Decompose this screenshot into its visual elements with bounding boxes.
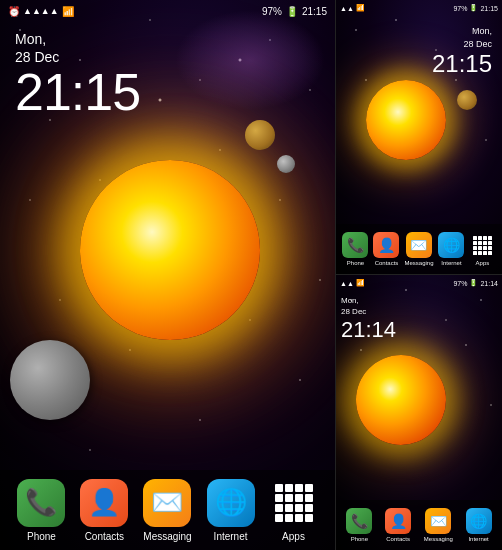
left-screenshot: ⏰ ▲▲▲▲ 📶 97% 🔋 21:15 Mon, 28 Dec 21:15 📞… bbox=[0, 0, 335, 550]
right-top-apps-icon[interactable] bbox=[469, 232, 495, 258]
right-top-clock: Mon, 28 Dec 21:15 bbox=[432, 25, 492, 78]
right-top-date: Mon, 28 Dec bbox=[432, 25, 492, 50]
alarm-icon: ⏰ bbox=[8, 6, 20, 17]
right-top-status-time: 21:15 bbox=[480, 5, 498, 12]
apps-grid bbox=[275, 484, 313, 522]
messaging-label: Messaging bbox=[143, 531, 191, 542]
right-top-messaging-label: Messaging bbox=[404, 260, 433, 266]
right-bottom-status-icons: ▲▲ 📶 bbox=[340, 279, 365, 287]
right-bottom-dock-internet[interactable]: 🌐 Internet bbox=[466, 508, 492, 542]
battery-percent: 97% bbox=[262, 6, 282, 17]
right-top-apps-grid bbox=[473, 236, 492, 255]
right-top-internet-label: Internet bbox=[441, 260, 461, 266]
dock-item-apps[interactable]: Apps bbox=[270, 479, 318, 542]
right-top-phone-icon[interactable]: 📞 bbox=[342, 232, 368, 258]
moon-planet bbox=[10, 340, 90, 420]
right-top-dock-phone[interactable]: 📞 Phone bbox=[342, 232, 368, 266]
right-bottom-sun bbox=[356, 355, 446, 445]
right-top-time: 21:15 bbox=[432, 50, 492, 78]
sun-planet bbox=[80, 160, 260, 340]
right-bottom-screenshot: ▲▲ 📶 97% 🔋 21:14 Mon, 28 Dec 21:14 📞 Pho… bbox=[336, 275, 502, 550]
right-top-signal-icon: ▲▲ bbox=[340, 5, 354, 12]
right-top-dock: 📞 Phone 👤 Contacts ✉️ Messaging 🌐 Intern… bbox=[336, 224, 502, 274]
right-bottom-messaging-label: Messaging bbox=[424, 536, 453, 542]
right-top-sun bbox=[366, 80, 446, 160]
right-bottom-messaging-icon[interactable]: ✉️ bbox=[425, 508, 451, 534]
right-bottom-dock: 📞 Phone 👤 Contacts ✉️ Messaging 🌐 Intern… bbox=[336, 500, 502, 550]
right-top-screenshot: ▲▲ 📶 97% 🔋 21:15 Mon, 28 Dec 21:15 📞 Pho… bbox=[336, 0, 502, 275]
right-bottom-clock: Mon, 28 Dec 21:14 bbox=[341, 295, 396, 343]
clock-date: Mon, 28 Dec bbox=[15, 30, 140, 66]
planet-small bbox=[245, 120, 275, 150]
right-top-dock-contacts[interactable]: 👤 Contacts bbox=[373, 232, 399, 266]
right-bottom-internet-label: Internet bbox=[468, 536, 488, 542]
right-bottom-dock-messaging[interactable]: ✉️ Messaging bbox=[424, 508, 453, 542]
right-bottom-battery-icon: 🔋 bbox=[469, 279, 478, 287]
right-bottom-status-bar: ▲▲ 📶 97% 🔋 21:14 bbox=[336, 275, 502, 291]
battery-icon: 🔋 bbox=[286, 6, 298, 17]
right-top-messaging-icon[interactable]: ✉️ bbox=[406, 232, 432, 258]
right-top-dock-apps[interactable]: Apps bbox=[469, 232, 495, 266]
status-time: 21:15 bbox=[302, 6, 327, 17]
right-bottom-date: Mon, 28 Dec bbox=[341, 295, 396, 317]
right-top-phone-label: Phone bbox=[347, 260, 364, 266]
right-top-status-icons: ▲▲ 📶 bbox=[340, 4, 365, 12]
right-bottom-contacts-icon[interactable]: 👤 bbox=[385, 508, 411, 534]
contacts-label: Contacts bbox=[85, 531, 124, 542]
right-top-status-bar: ▲▲ 📶 97% 🔋 21:15 bbox=[336, 0, 502, 16]
right-bottom-phone-label: Phone bbox=[351, 536, 368, 542]
dock-item-contacts[interactable]: 👤 Contacts bbox=[80, 479, 128, 542]
right-bottom-time: 21:14 bbox=[341, 317, 396, 343]
right-top-planet bbox=[457, 90, 477, 110]
status-icons-left: ⏰ ▲▲▲▲ 📶 bbox=[8, 6, 74, 17]
right-bottom-status-time: 21:14 bbox=[480, 280, 498, 287]
planet-tiny bbox=[277, 155, 295, 173]
right-top-contacts-label: Contacts bbox=[375, 260, 399, 266]
right-panel: ▲▲ 📶 97% 🔋 21:15 Mon, 28 Dec 21:15 📞 Pho… bbox=[335, 0, 502, 550]
right-top-wifi-icon: 📶 bbox=[356, 4, 365, 12]
phone-label: Phone bbox=[27, 531, 56, 542]
wifi-icon: 📶 bbox=[62, 6, 74, 17]
clock-time: 21:15 bbox=[15, 66, 140, 118]
internet-label: Internet bbox=[214, 531, 248, 542]
dock: 📞 Phone 👤 Contacts ✉️ Messaging 🌐 Intern… bbox=[0, 470, 335, 550]
right-top-battery-percent: 97% bbox=[453, 5, 467, 12]
right-top-apps-label: Apps bbox=[476, 260, 490, 266]
dock-item-phone[interactable]: 📞 Phone bbox=[17, 479, 65, 542]
right-bottom-wifi-icon: 📶 bbox=[356, 279, 365, 287]
right-top-contacts-icon[interactable]: 👤 bbox=[373, 232, 399, 258]
dock-item-messaging[interactable]: ✉️ Messaging bbox=[143, 479, 191, 542]
right-top-internet-icon[interactable]: 🌐 bbox=[438, 232, 464, 258]
nebula bbox=[175, 10, 325, 110]
signal-icon: ▲▲▲▲ bbox=[23, 6, 59, 16]
messaging-icon[interactable]: ✉️ bbox=[143, 479, 191, 527]
right-top-dock-internet[interactable]: 🌐 Internet bbox=[438, 232, 464, 266]
right-top-status-right: 97% 🔋 21:15 bbox=[453, 4, 498, 12]
right-bottom-status-right: 97% 🔋 21:14 bbox=[453, 279, 498, 287]
status-right: 97% 🔋 21:15 bbox=[262, 6, 327, 17]
right-top-dock-messaging[interactable]: ✉️ Messaging bbox=[404, 232, 433, 266]
right-bottom-phone-icon[interactable]: 📞 bbox=[346, 508, 372, 534]
right-bottom-dock-phone[interactable]: 📞 Phone bbox=[346, 508, 372, 542]
internet-icon[interactable]: 🌐 bbox=[207, 479, 255, 527]
right-top-battery-icon: 🔋 bbox=[469, 4, 478, 12]
right-bottom-internet-icon[interactable]: 🌐 bbox=[466, 508, 492, 534]
clock-area: Mon, 28 Dec 21:15 bbox=[15, 30, 140, 118]
apps-icon[interactable] bbox=[270, 479, 318, 527]
status-bar: ⏰ ▲▲▲▲ 📶 97% 🔋 21:15 bbox=[0, 0, 335, 22]
right-bottom-battery-percent: 97% bbox=[453, 280, 467, 287]
right-bottom-dock-contacts[interactable]: 👤 Contacts bbox=[385, 508, 411, 542]
contacts-icon[interactable]: 👤 bbox=[80, 479, 128, 527]
phone-icon[interactable]: 📞 bbox=[17, 479, 65, 527]
dock-item-internet[interactable]: 🌐 Internet bbox=[207, 479, 255, 542]
right-bottom-contacts-label: Contacts bbox=[386, 536, 410, 542]
apps-label: Apps bbox=[282, 531, 305, 542]
right-bottom-signal-icon: ▲▲ bbox=[340, 280, 354, 287]
